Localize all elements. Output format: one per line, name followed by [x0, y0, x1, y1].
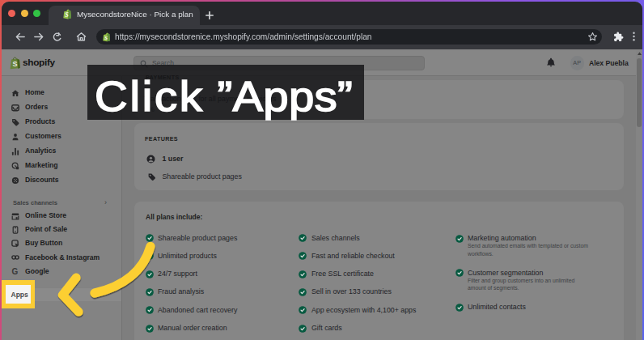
svg-text:G: G	[11, 267, 18, 275]
svg-text:S: S	[66, 11, 69, 19]
svg-text:S: S	[13, 60, 18, 68]
svg-text:S: S	[104, 34, 108, 40]
